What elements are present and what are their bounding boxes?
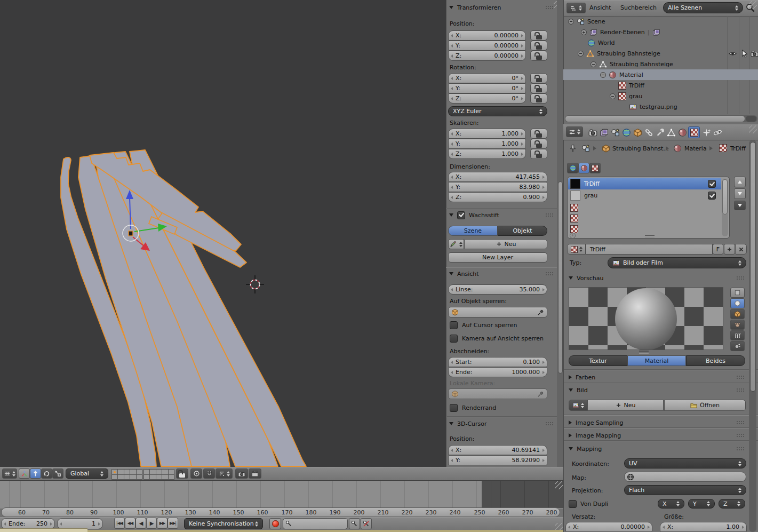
position-z-field[interactable]: Z:0.00000 xyxy=(448,51,526,61)
eyedropper-icon[interactable] xyxy=(537,391,544,398)
panel-grip-icon[interactable] xyxy=(736,433,745,438)
breadcrumb-object[interactable]: Straubing Bahnst... xyxy=(612,145,669,152)
orientation-dropdown[interactable]: Global xyxy=(66,469,108,479)
tab-constraints-icon[interactable] xyxy=(644,128,653,137)
panel-grip-icon[interactable] xyxy=(736,447,745,451)
panel-grip-icon[interactable] xyxy=(736,276,745,280)
axis-y-dropdown[interactable]: Y xyxy=(688,499,715,509)
lock-position-z-button[interactable] xyxy=(530,51,547,61)
delete-keyframe-button[interactable] xyxy=(361,518,372,529)
lock-rotation-z-button[interactable] xyxy=(530,93,547,104)
texture-name-field[interactable]: TrDiff xyxy=(586,244,713,255)
von-dupli-checkbox[interactable] xyxy=(569,500,577,508)
tab-particles-icon[interactable] xyxy=(702,128,711,137)
uv-map-field[interactable] xyxy=(624,472,746,482)
scale-y-field[interactable]: Y:1.000 xyxy=(448,139,526,149)
position-x-field[interactable]: X:0.00000 xyxy=(448,30,526,41)
sync-dropdown[interactable]: Keine Synchronisation xyxy=(184,518,263,529)
rotation-z-field[interactable]: Z:0° xyxy=(448,93,526,104)
scale-z-field[interactable]: Z:1.000 xyxy=(448,149,526,159)
lock-rotation-x-button[interactable] xyxy=(530,73,547,83)
panel-grip-icon[interactable] xyxy=(545,272,554,276)
snap-magnet-button[interactable] xyxy=(203,469,215,479)
panel-farben-header[interactable]: Farben xyxy=(569,373,745,382)
outliner-row-mesh[interactable]: Straubing Bahnsteige xyxy=(563,59,758,69)
outliner-hscrollbar-track[interactable] xyxy=(565,115,757,122)
panel-mapping-header[interactable]: Mapping xyxy=(569,444,745,453)
tab-render-icon[interactable] xyxy=(588,128,597,137)
breadcrumb-material[interactable]: Materia xyxy=(684,145,707,152)
outliner-row-trdiff[interactable]: TrDiff xyxy=(563,80,758,91)
play-button[interactable]: ▶ xyxy=(146,518,157,529)
panel-image-mapping-header[interactable]: Image Mapping xyxy=(569,431,745,440)
eyedropper-icon[interactable] xyxy=(537,309,544,316)
add-slot-icon[interactable]: + xyxy=(570,233,576,239)
jump-to-end-button[interactable]: ▶▶| xyxy=(167,518,178,529)
grease-scene-tab[interactable]: Szene xyxy=(448,226,498,236)
lock-cursor-checkbox[interactable] xyxy=(450,321,458,329)
layers-grid-b[interactable] xyxy=(143,469,174,480)
dimension-x-field[interactable]: X:417.455 xyxy=(448,172,547,182)
outliner-row-object[interactable]: Straubing Bahnsteige xyxy=(563,48,758,59)
preview-hair-button[interactable] xyxy=(730,330,745,340)
list-resize-grip[interactable] xyxy=(645,235,655,238)
panel-ansicht-header[interactable]: Ansicht xyxy=(449,269,554,278)
texture-slot-trdiff[interactable]: TrDiff xyxy=(568,178,721,189)
lens-field[interactable]: Linse:35.000 xyxy=(448,284,547,295)
clip-start-field[interactable]: Start:0.100 xyxy=(448,357,547,367)
tab-render-layers-icon[interactable] xyxy=(600,128,609,137)
manipulator-rotate-button[interactable] xyxy=(41,469,52,479)
outliner-resize-corner[interactable] xyxy=(749,1,757,9)
prev-keyframe-button[interactable]: ◀◀ xyxy=(125,518,135,529)
properties-resize-corner[interactable] xyxy=(749,125,757,133)
offset-x-field[interactable]: X:0.00000 xyxy=(565,522,652,532)
collapse-toggle-icon[interactable] xyxy=(600,72,606,78)
opengl-render-button[interactable] xyxy=(235,469,248,479)
slot-enabled-checkbox[interactable] xyxy=(708,192,716,200)
collapse-toggle-icon[interactable] xyxy=(568,19,574,25)
unlink-texture-button[interactable] xyxy=(736,244,747,255)
n-panel-scrollbar-track[interactable] xyxy=(557,0,563,467)
image-oeffnen-button[interactable]: Öffnen xyxy=(664,400,746,411)
manipulator-translate-button[interactable] xyxy=(30,469,41,479)
insert-keyframe-button[interactable] xyxy=(349,518,360,529)
outliner-menu-suchbereich[interactable]: Suchbereich xyxy=(620,4,657,11)
cursor-y-field[interactable]: Y:58.92090 xyxy=(448,455,547,465)
panel-bild-header[interactable]: Bild xyxy=(569,386,745,394)
slot-move-down-button[interactable] xyxy=(734,188,746,199)
outliner-row-world[interactable]: World xyxy=(563,37,758,48)
preview-particles-button[interactable] xyxy=(730,341,745,351)
lock-position-x-button[interactable] xyxy=(530,30,547,41)
coordinates-dropdown[interactable]: UV xyxy=(624,458,746,469)
outliner-menu-ansicht[interactable]: Ansicht xyxy=(589,4,611,11)
scene-lock-button[interactable] xyxy=(176,469,188,479)
texture-slot-empty[interactable] xyxy=(568,202,721,213)
play-reverse-button[interactable]: ◀ xyxy=(135,518,146,529)
texture-context-material-button[interactable] xyxy=(578,163,589,173)
current-frame-field[interactable]: 1 xyxy=(57,518,103,529)
position-y-field[interactable]: Y:0.00000 xyxy=(448,41,526,51)
visibility-eye-icon[interactable] xyxy=(729,50,737,58)
tab-world-icon[interactable] xyxy=(622,128,631,137)
panel-vorschau-header[interactable]: Vorschau xyxy=(569,274,745,282)
rotation-y-field[interactable]: Y:0° xyxy=(448,83,526,93)
proportional-edit-button[interactable] xyxy=(190,469,202,479)
tab-physics-icon[interactable] xyxy=(713,128,722,137)
preview-resize-grip[interactable] xyxy=(639,351,649,354)
slot-move-up-button[interactable] xyxy=(734,177,746,187)
tab-modifiers-icon[interactable] xyxy=(656,128,665,137)
slot-specials-dropdown[interactable] xyxy=(734,201,746,210)
dimension-z-field[interactable]: Z:0.900 xyxy=(448,192,547,202)
grease-new-layer-button[interactable]: New Layer xyxy=(448,252,547,263)
texture-slot-list[interactable]: TrDiff grau + xyxy=(567,177,730,239)
preview-show-both-button[interactable]: Beides xyxy=(686,355,745,366)
fake-user-button[interactable]: F xyxy=(713,244,723,255)
manipulator-scale-button[interactable] xyxy=(52,469,63,479)
image-neu-button[interactable]: Neu xyxy=(587,400,664,411)
outliner-row-material[interactable]: Material xyxy=(563,69,758,80)
preview-flat-button[interactable] xyxy=(730,288,745,298)
timeline-end-field[interactable]: Ende:250 xyxy=(1,518,55,529)
pin-icon[interactable] xyxy=(569,144,577,153)
list-scrollbar-thumb[interactable] xyxy=(722,179,728,215)
selectable-pointer-icon[interactable] xyxy=(740,50,748,58)
